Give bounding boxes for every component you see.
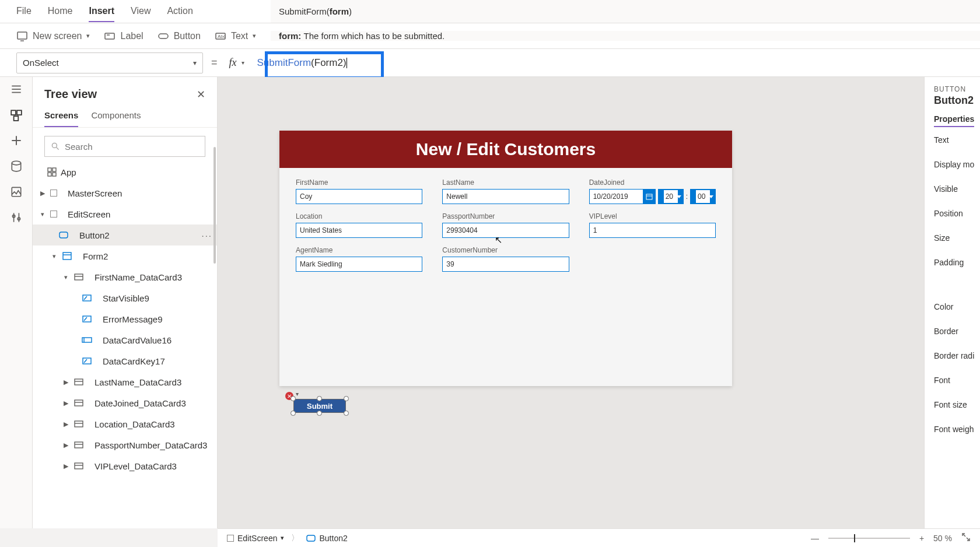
insert-pane-icon[interactable] [10, 134, 23, 147]
zoom-in-button[interactable]: + [919, 534, 924, 543]
app-screen: New / Edit Customers FirstName LastName … [279, 131, 732, 386]
prop-displaymode[interactable]: Display mo [934, 160, 973, 169]
insert-text-button[interactable]: Abc Text ▾ [215, 30, 256, 42]
calendar-icon[interactable] [643, 189, 656, 204]
viplevel-input[interactable] [589, 223, 716, 238]
insert-button-button[interactable]: Button [158, 30, 201, 42]
caret-right-icon[interactable]: ▶ [38, 190, 47, 197]
advanced-tools-icon[interactable] [10, 211, 23, 224]
caret-down-icon[interactable]: ▾ [50, 253, 58, 260]
caret-right-icon[interactable]: ▶ [62, 420, 70, 428]
passport-input[interactable] [442, 223, 569, 238]
menu-home[interactable]: Home [48, 1, 73, 22]
breadcrumb-screen[interactable]: EditScreen ▾ [227, 534, 284, 543]
menu-file[interactable]: File [16, 1, 32, 22]
close-icon[interactable]: ✕ [197, 88, 205, 101]
prop-text[interactable]: Text [934, 135, 973, 145]
agentname-input[interactable] [296, 257, 422, 272]
prop-color[interactable]: Color [934, 302, 973, 311]
prop-visible[interactable]: Visible [934, 184, 973, 194]
prop-fontweight[interactable]: Font weigh [934, 425, 973, 434]
resize-handle[interactable] [290, 396, 296, 401]
form-grid: FirstName LastName DateJoined 20 : 00 Lo… [279, 168, 732, 282]
tree-label: EditScreen [68, 209, 110, 219]
tab-components[interactable]: Components [91, 106, 141, 127]
tree-node-datejoined-dc[interactable]: ▶DateJoined_DataCard3 [33, 392, 217, 413]
menu-view[interactable]: View [131, 1, 150, 22]
minute-dropdown[interactable]: 00 [690, 189, 716, 204]
tree-node-masterscreen[interactable]: ▶MasterScreen [33, 183, 217, 204]
tree-search-input[interactable] [65, 142, 199, 152]
zoom-slider[interactable] [828, 538, 910, 539]
prop-size[interactable]: Size [934, 233, 973, 243]
hour-dropdown[interactable]: 20 [658, 189, 684, 204]
date-box[interactable] [589, 189, 656, 204]
design-canvas[interactable]: New / Edit Customers FirstName LastName … [218, 77, 924, 528]
caret-right-icon[interactable]: ▶ [62, 462, 70, 470]
menu-action[interactable]: Action [167, 1, 192, 22]
prop-border[interactable]: Border [934, 327, 973, 336]
tree-node-datacardvalue[interactable]: DataCardValue16 [33, 329, 217, 350]
caret-down-icon[interactable]: ▾ [38, 211, 47, 218]
field-passport: PassportNumber [442, 212, 569, 238]
prop-borderradius[interactable]: Border radi [934, 351, 973, 360]
formula-input[interactable]: SubmitForm(Form2) [253, 55, 352, 71]
caret-down-icon[interactable]: ▾ [62, 274, 70, 281]
tab-screens[interactable]: Screens [44, 106, 78, 127]
tree-search[interactable] [44, 136, 205, 157]
resize-handle[interactable] [344, 396, 349, 401]
resize-handle[interactable] [290, 411, 296, 416]
tree-node-errormessage[interactable]: ErrorMessage9 [33, 308, 217, 329]
properties-tab[interactable]: Properties [934, 114, 974, 127]
tree-view-panel: Tree view ✕ Screens Components App ▶Mast… [33, 77, 218, 528]
lastname-input[interactable] [442, 189, 569, 204]
hamburger-icon[interactable] [10, 83, 23, 96]
tree-node-starvisible[interactable]: StarVisible9 [33, 287, 217, 308]
tree-node-datacardkey[interactable]: DataCardKey17 [33, 350, 217, 371]
insert-label-button[interactable]: Label [104, 30, 143, 42]
insert-button-text: Button [174, 31, 201, 41]
tree-node-passport-dc[interactable]: ▶PassportNumber_DataCard3 [33, 434, 217, 455]
tree-node-location-dc[interactable]: ▶Location_DataCard3 [33, 413, 217, 434]
caret-right-icon[interactable]: ▶ [62, 399, 70, 407]
chevron-down-icon[interactable]: ▾ [296, 391, 299, 397]
breadcrumb-control[interactable]: Button2 [306, 534, 347, 543]
tree-node-viplevel-dc[interactable]: ▶VIPLevel_DataCard3 [33, 455, 217, 476]
tree-node-editscreen[interactable]: ▾EditScreen [33, 204, 217, 225]
resize-handle[interactable] [344, 411, 349, 416]
fx-button[interactable]: fx ▾ [226, 57, 244, 69]
media-icon[interactable] [10, 185, 23, 198]
data-icon[interactable] [10, 160, 23, 173]
minute-value: 00 [696, 190, 710, 203]
resize-handle[interactable] [317, 396, 322, 401]
tree-view-icon[interactable] [10, 108, 23, 121]
resize-handle[interactable] [317, 411, 322, 416]
prop-padding[interactable]: Padding [934, 258, 973, 267]
tree-node-firstname-dc[interactable]: ▾FirstName_DataCard3 [33, 267, 217, 287]
caret-right-icon[interactable]: ▶ [62, 441, 70, 449]
location-input[interactable] [296, 223, 422, 238]
caret-right-icon[interactable]: ▶ [62, 378, 70, 386]
fit-to-window-icon[interactable] [961, 532, 971, 544]
tree-node-button2[interactable]: Button2··· [33, 225, 217, 246]
zoom-out-button[interactable]: — [811, 534, 819, 543]
button-icon [158, 30, 169, 42]
svg-line-39 [84, 359, 87, 363]
prop-font[interactable]: Font [934, 376, 973, 385]
tree-node-app[interactable]: App [33, 162, 217, 183]
svg-point-15 [12, 161, 20, 165]
selected-control[interactable]: ✕ ▾ Submit [293, 399, 346, 413]
more-icon[interactable]: ··· [201, 230, 212, 240]
tree-node-form2[interactable]: ▾Form2 [33, 246, 217, 267]
prop-fontsize[interactable]: Font size [934, 400, 973, 409]
menu-insert[interactable]: Insert [89, 1, 114, 22]
new-screen-button[interactable]: New screen ▾ [16, 30, 90, 42]
datacard-icon [74, 419, 84, 429]
chevron-down-icon[interactable]: ▾ [281, 534, 284, 542]
prop-position[interactable]: Position [934, 209, 973, 218]
customernumber-input[interactable] [442, 257, 569, 272]
firstname-input[interactable] [296, 189, 422, 204]
zoom-thumb[interactable] [854, 534, 855, 542]
tree-node-lastname-dc[interactable]: ▶LastName_DataCard3 [33, 371, 217, 392]
property-dropdown[interactable]: OnSelect ▾ [16, 52, 203, 73]
